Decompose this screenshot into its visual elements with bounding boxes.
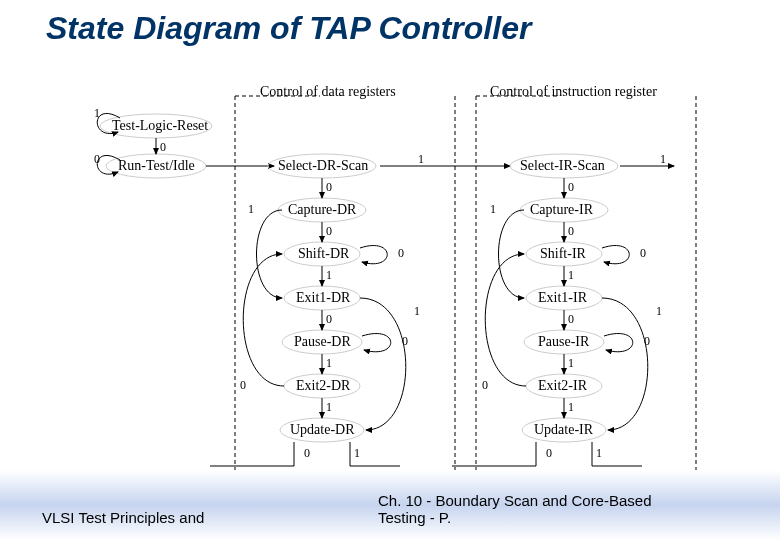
footer-left: VLSI Test Principles and [42, 509, 204, 526]
lbl-exit1-update-dr: 1 [414, 304, 420, 319]
lbl-cap-shift-dr: 0 [326, 224, 332, 239]
lbl-shift-self-dr: 0 [398, 246, 404, 261]
lbl-shift-exit1-dr: 1 [326, 268, 332, 283]
state-exit1-ir: Exit1-IR [538, 290, 587, 306]
lbl-pause-exit2-ir: 1 [568, 356, 574, 371]
state-diagram: Control of data registers Control of ins… [60, 70, 720, 490]
lbl-cap-shift-ir: 0 [568, 224, 574, 239]
lbl-cap-exit1-ir: 1 [490, 202, 496, 217]
state-pause-dr: Pause-DR [294, 334, 351, 350]
lbl-exit1-pause-ir: 0 [568, 312, 574, 327]
lbl-selir-cap: 0 [568, 180, 574, 195]
lbl-seldr-selir: 1 [418, 152, 424, 167]
lbl-exit1-update-ir: 1 [656, 304, 662, 319]
state-tlr: Test-Logic-Reset [112, 118, 208, 134]
state-select-ir: Select-IR-Scan [520, 158, 605, 174]
lbl-tlr-rti: 0 [160, 140, 166, 155]
lbl-shift-exit1-ir: 1 [568, 268, 574, 283]
state-select-dr: Select-DR-Scan [278, 158, 368, 174]
state-exit2-dr: Exit2-DR [296, 378, 350, 394]
state-capture-dr: Capture-DR [288, 202, 356, 218]
lbl-pause-self-ir: 0 [644, 334, 650, 349]
state-capture-ir: Capture-IR [530, 202, 593, 218]
state-rti: Run-Test/Idle [118, 158, 195, 174]
dr-header: Control of data registers [260, 84, 396, 100]
state-exit2-ir: Exit2-IR [538, 378, 587, 394]
state-exit1-dr: Exit1-DR [296, 290, 350, 306]
lbl-selir-out: 1 [660, 152, 666, 167]
lbl-update-sel-ir: 1 [596, 446, 602, 461]
slide-title: State Diagram of TAP Controller [46, 10, 531, 47]
lbl-exit2-update-dr: 1 [326, 400, 332, 415]
state-update-ir: Update-IR [534, 422, 593, 438]
lbl-exit2-shift-dr: 0 [240, 378, 246, 393]
lbl-update-sel-dr: 1 [354, 446, 360, 461]
state-shift-dr: Shift-DR [298, 246, 349, 262]
state-shift-ir: Shift-IR [540, 246, 586, 262]
ir-header: Control of instruction register [490, 84, 657, 100]
lbl-update-rti-dr: 0 [304, 446, 310, 461]
lbl-shift-self-ir: 0 [640, 246, 646, 261]
state-update-dr: Update-DR [290, 422, 355, 438]
lbl-cap-exit1-dr: 1 [248, 202, 254, 217]
lbl-exit2-update-ir: 1 [568, 400, 574, 415]
lbl-pause-self-dr: 0 [402, 334, 408, 349]
lbl-seldr-cap: 0 [326, 180, 332, 195]
lbl-exit2-shift-ir: 0 [482, 378, 488, 393]
lbl-exit1-pause-dr: 0 [326, 312, 332, 327]
footer-right: Ch. 10 - Boundary Scan and Core-Based Te… [378, 492, 652, 526]
lbl-tlr-self: 1 [94, 106, 100, 121]
slide: State Diagram of TAP Controller [0, 0, 780, 540]
lbl-pause-exit2-dr: 1 [326, 356, 332, 371]
lbl-rti-self: 0 [94, 152, 100, 167]
lbl-update-rti-ir: 0 [546, 446, 552, 461]
state-pause-ir: Pause-IR [538, 334, 589, 350]
